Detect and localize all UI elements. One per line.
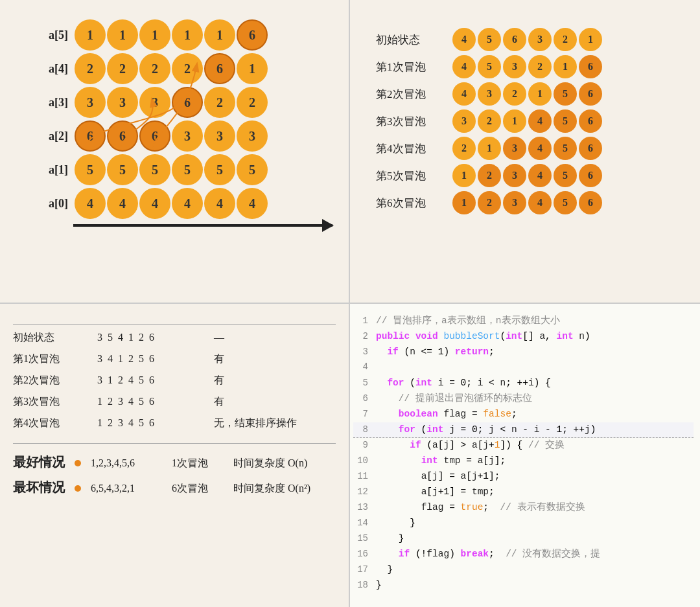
tr-table-row: 第4次冒泡213456 [376, 137, 674, 160]
line-content: a[j+1] = tmp; [376, 485, 694, 499]
tr-bubbles-row: 123456 [452, 191, 602, 214]
code-line: 17 } [353, 562, 694, 578]
array-bubble: 2 [139, 53, 170, 84]
panel-top-left: a[5]111116a[4]222261a[3]333622a[2]666333… [0, 0, 350, 304]
tr-bubble: 4 [452, 55, 476, 78]
bl-cell-exchange: 有 [214, 374, 318, 387]
tr-table-row: 第5次冒泡123456 [376, 164, 674, 187]
tr-bubble: 3 [528, 28, 552, 51]
tr-bubble: 6 [579, 191, 602, 214]
array-bubble: 5 [75, 154, 106, 185]
tr-bubble: 3 [503, 55, 526, 78]
x-axis-arrow [73, 224, 332, 227]
array-bubble: 2 [204, 87, 235, 118]
tr-bubble: 6 [579, 109, 602, 133]
bl-cell-exchange: 有 [214, 352, 318, 366]
bl-cell-round: 初始状态 [13, 331, 97, 345]
tr-bubble: 4 [452, 82, 476, 106]
row-label: a[3] [39, 96, 68, 109]
array-row: a[4]222261 [39, 53, 336, 84]
tr-bubbles-row: 123456 [452, 164, 602, 187]
array-bubble: 4 [204, 188, 235, 219]
bl-footer-label: 最好情况 [13, 453, 65, 471]
line-number: 10 [353, 454, 376, 468]
tr-row-label: 第1次冒泡 [376, 60, 447, 74]
tr-bubble: 2 [528, 55, 552, 78]
row-label: a[4] [39, 62, 68, 76]
tr-bubble: 5 [478, 55, 501, 78]
array-bubble: 5 [204, 154, 235, 185]
bl-cell-exchange: 无，结束排序操作 [214, 417, 318, 430]
array-bubble: 6 [75, 120, 106, 152]
bl-footer-count: 6次冒泡 [172, 482, 224, 496]
line-number: 18 [353, 578, 376, 593]
array-bubble: 1 [75, 19, 106, 51]
tr-bubble: 5 [554, 109, 577, 133]
line-content: // 冒泡排序，a表示数组，n表示数组大小 [376, 314, 694, 328]
bl-data-row: 初始状态3 5 4 1 2 6— [13, 331, 336, 345]
array-bubble: 1 [139, 19, 170, 51]
array-bubble: 3 [237, 120, 268, 152]
bl-footer-complexity: 时间复杂度 O(n²) [233, 482, 310, 496]
array-bubble: 1 [237, 53, 268, 84]
line-number: 15 [353, 532, 376, 546]
code-line: 16 if (!flag) break; // 没有数据交换，提 [353, 547, 694, 562]
tr-bubble: 6 [579, 82, 602, 106]
tr-bubble: 1 [452, 191, 476, 214]
tr-bubble: 6 [579, 55, 602, 78]
bl-footer-data: 6,5,4,3,2,1 [91, 483, 162, 494]
line-content: } [376, 562, 694, 577]
array-bubble: 6 [237, 19, 268, 51]
code-line: 7 boolean flag = false; [353, 407, 694, 422]
line-content: for (int i = 0; i < n; ++i) { [376, 376, 694, 390]
line-number: 8 [353, 423, 376, 437]
bl-cell-result: 1 2 3 4 5 6 [97, 417, 214, 429]
array-bubble: 2 [75, 53, 106, 84]
bl-footer-label: 最坏情况 [13, 479, 65, 496]
bl-footer: 最好情况1,2,3,4,5,61次冒泡时间复杂度 O(n)最坏情况6,5,4,3… [13, 443, 336, 496]
main-grid: a[5]111116a[4]222261a[3]333622a[2]666333… [0, 0, 700, 607]
bl-data-row: 第1次冒泡3 4 1 2 5 6有 [13, 352, 336, 366]
array-row: a[1]555555 [39, 154, 336, 185]
bl-table-container: 初始状态3 5 4 1 2 6—第1次冒泡3 4 1 2 5 6有第2次冒泡3 … [13, 320, 336, 496]
code-line: 15 } [353, 531, 694, 547]
tr-bubbles-row: 213456 [452, 137, 602, 160]
bl-headers [13, 320, 336, 325]
bl-footer-row: 最坏情况6,5,4,3,2,16次冒泡时间复杂度 O(n²) [13, 479, 336, 496]
array-visualization: a[5]111116a[4]222261a[3]333622a[2]666333… [39, 19, 336, 219]
row-label: a[0] [39, 197, 68, 211]
tr-bubble: 5 [554, 137, 577, 160]
tr-row-label: 第3次冒泡 [376, 114, 447, 129]
line-content: // 提前退出冒泡循环的标志位 [376, 391, 694, 406]
array-bubble: 6 [139, 120, 170, 152]
code-line: 8 for (int j = 0; j < n - i - 1; ++j) [353, 422, 694, 438]
tr-bubbles-row: 432156 [452, 82, 602, 106]
line-content: int tmp = a[j]; [376, 453, 694, 468]
array-bubble: 4 [107, 188, 138, 219]
bl-footer-data: 1,2,3,4,5,6 [91, 457, 162, 469]
bl-data-row: 第4次冒泡1 2 3 4 5 6无，结束排序操作 [13, 417, 336, 430]
code-line: 12 a[j+1] = tmp; [353, 485, 694, 500]
row-label: a[2] [39, 130, 68, 143]
tr-bubbles-row: 456321 [452, 28, 602, 51]
bl-cell-result: 1 2 3 4 5 6 [97, 396, 214, 407]
tr-bubble: 5 [554, 191, 577, 214]
tr-bubble: 3 [503, 164, 526, 187]
tr-row-label: 第2次冒泡 [376, 87, 447, 102]
tr-bubble: 5 [554, 164, 577, 187]
tr-table-container: 初始状态456321第1次冒泡453216第2次冒泡432156第3次冒泡321… [363, 13, 687, 228]
tr-bubble: 1 [452, 164, 476, 187]
tr-bubble: 1 [554, 55, 577, 78]
array-bubble: 3 [204, 120, 235, 152]
code-line: 11 a[j] = a[j+1]; [353, 469, 694, 485]
code-line: 6 // 提前退出冒泡循环的标志位 [353, 391, 694, 407]
row-label: a[5] [39, 29, 68, 42]
array-row: a[2]666333 [39, 120, 336, 152]
tr-bubble: 6 [579, 164, 602, 187]
array-bubble: 4 [75, 188, 106, 219]
tr-table-row: 第3次冒泡321456 [376, 109, 674, 133]
tr-row-label: 第5次冒泡 [376, 168, 447, 183]
tr-bubble: 5 [554, 82, 577, 106]
bl-table-body: 初始状态3 5 4 1 2 6—第1次冒泡3 4 1 2 5 6有第2次冒泡3 … [13, 331, 336, 430]
panel-bottom-left: 初始状态3 5 4 1 2 6—第1次冒泡3 4 1 2 5 6有第2次冒泡3 … [0, 304, 350, 608]
